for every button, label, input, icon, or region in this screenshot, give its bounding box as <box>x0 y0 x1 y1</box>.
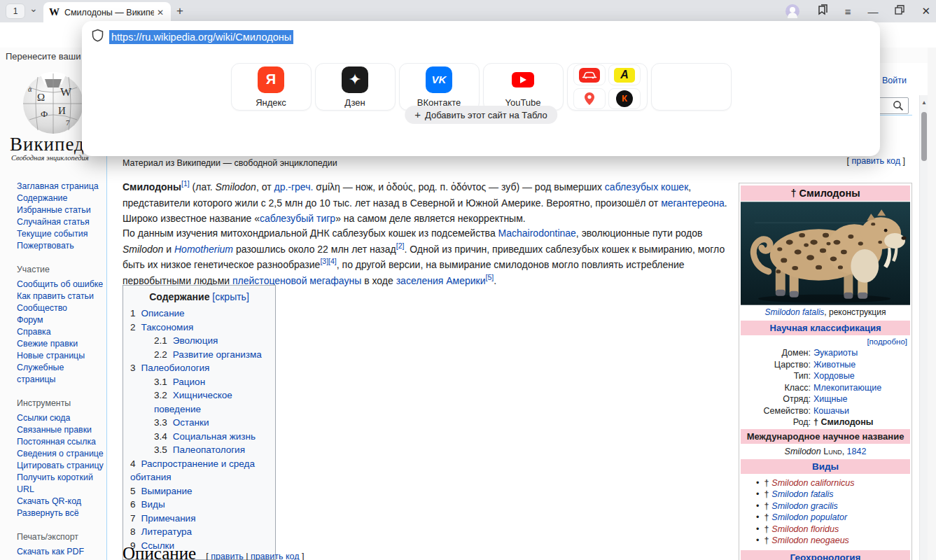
sidebar-link[interactable]: Свежие правки <box>17 338 105 350</box>
page-scrollbar[interactable]: ▲ ▼ <box>919 95 928 560</box>
shield-icon[interactable] <box>92 29 104 45</box>
login-link[interactable]: Войти <box>882 76 907 85</box>
sidebar-link[interactable]: Развернуть всё <box>17 507 105 519</box>
wikipedia-globe-logo[interactable]: W Ω И Ф 7 ά <box>20 71 87 138</box>
classification-value-link[interactable]: Хищные <box>813 393 847 405</box>
toc-link[interactable]: Вымирание <box>141 486 193 496</box>
inline-link[interactable]: [2] <box>396 241 405 250</box>
sidebar-link[interactable]: Скачать как PDF <box>17 546 105 558</box>
chevron-down-icon[interactable]: ⌄ <box>29 3 38 14</box>
sidebar-link[interactable]: Содержание <box>17 192 105 204</box>
sidebar-link[interactable]: Заглавная страница <box>17 181 105 192</box>
side-panel-icon[interactable] <box>816 4 828 19</box>
toc-link[interactable]: Эволюция <box>173 335 218 346</box>
toc-link[interactable]: Останки <box>173 417 209 428</box>
toc-item[interactable]: 7Примечания <box>123 512 275 526</box>
toc-item[interactable]: 5Вымирание <box>123 484 275 498</box>
car-service-icon[interactable] <box>573 64 606 85</box>
toc-item[interactable]: 3.4Социальная жизнь <box>123 430 275 444</box>
smilodon-reconstruction-image[interactable] <box>741 202 910 305</box>
sidebar-link[interactable]: Связанные правки <box>17 424 105 436</box>
toc-item[interactable]: 8Литература <box>123 525 275 539</box>
toc-item[interactable]: 3.2Хищническое поведение <box>123 388 275 416</box>
sidebar-link[interactable]: Цитировать страницу <box>17 460 105 472</box>
inline-link[interactable]: Homotherium <box>174 244 233 255</box>
toc-link[interactable]: Социальная жизнь <box>173 431 256 442</box>
search-icon[interactable] <box>893 100 904 114</box>
species-link[interactable]: Smilodon populator <box>771 512 847 522</box>
inline-link[interactable]: 1842 <box>847 447 867 456</box>
classification-header[interactable]: Научная классификация <box>770 323 881 333</box>
sidebar-link[interactable]: Сообщество <box>17 302 105 314</box>
afisha-a-icon[interactable]: A <box>608 64 641 85</box>
inline-link[interactable]: др.-греч. <box>274 181 313 192</box>
tab-counter-button[interactable]: 1 <box>6 4 25 19</box>
toc-item[interactable]: 3.1Рацион <box>123 375 275 389</box>
sidebar-link[interactable]: Как править статьи <box>17 290 105 302</box>
inline-link[interactable]: заселения Америки <box>396 275 486 286</box>
toc-link[interactable]: Описание <box>141 308 185 318</box>
shortcut-group[interactable]: A К <box>567 63 648 111</box>
detail-link[interactable]: [подробно] <box>867 337 907 346</box>
menu-icon[interactable]: ≡ <box>845 6 851 18</box>
inline-link[interactable]: править <box>211 552 244 560</box>
classification-value-link[interactable]: Хордовые <box>813 370 855 382</box>
inline-link[interactable]: править код <box>851 156 900 166</box>
inline-link[interactable]: саблезубых кошек <box>605 181 688 192</box>
sidebar-link[interactable]: Форум <box>17 314 105 326</box>
profile-avatar[interactable] <box>785 4 799 18</box>
sidebar-link[interactable]: Постоянная ссылка <box>17 436 105 448</box>
shortcut-empty[interactable] <box>651 63 732 111</box>
toc-item[interactable]: 1Описание <box>123 307 275 321</box>
geochronology-header[interactable]: Геохронология <box>790 552 861 560</box>
inline-link[interactable]: Machairodontinae <box>498 227 576 239</box>
classification-value-link[interactable]: Кошачьи <box>813 405 849 417</box>
close-icon[interactable]: ✕ <box>921 5 930 18</box>
toc-link[interactable]: Палеопатология <box>173 444 245 455</box>
classification-value-link[interactable]: Млекопитающие <box>813 382 881 394</box>
maps-pin-icon[interactable] <box>573 88 606 109</box>
inline-link[interactable]: Smilodon fatalis <box>765 307 825 317</box>
toc-item[interactable]: 4Распространение и среда обитания <box>123 457 275 484</box>
sidebar-link[interactable]: Скачать QR-код <box>17 496 105 507</box>
shortcut-youtube[interactable]: YouTube <box>483 63 564 111</box>
minimize-icon[interactable]: — <box>867 6 878 18</box>
toc-link[interactable]: Распространение и среда обитания <box>130 458 255 483</box>
species-link[interactable]: Smilodon floridus <box>771 524 839 534</box>
species-link[interactable]: Smilodon gracilis <box>771 501 837 511</box>
classification-value-link[interactable]: Животные <box>813 359 855 371</box>
classification-value-link[interactable]: Эукариоты <box>813 347 858 359</box>
inline-link[interactable]: [5] <box>486 273 494 281</box>
toc-item[interactable]: 3Палеобиология <box>123 361 275 375</box>
species-link[interactable]: Smilodon fatalis <box>771 489 833 499</box>
toc-item[interactable]: 2Таксономия <box>123 321 275 335</box>
add-to-tablo-button[interactable]: +Добавить этот сайт на Табло <box>405 106 557 124</box>
inline-link[interactable]: мегантереона <box>661 197 725 209</box>
species-link[interactable]: Smilodon neogaeus <box>771 536 849 545</box>
species-header[interactable]: Виды <box>812 461 839 472</box>
inline-link[interactable]: [3][4] <box>320 257 336 265</box>
sidebar-link[interactable]: Случайная статья <box>17 216 105 228</box>
toc-item[interactable]: 6Виды <box>123 498 275 512</box>
sidebar-link[interactable]: Сообщить об ошибке <box>17 279 105 290</box>
scrollbar-thumb[interactable] <box>921 112 927 161</box>
sidebar-link[interactable]: Новые страницы <box>17 350 105 362</box>
toc-link[interactable]: Рацион <box>173 377 205 387</box>
restore-icon[interactable] <box>895 5 904 18</box>
kinopoisk-k-icon[interactable]: К <box>608 88 641 109</box>
sidebar-link[interactable]: Служебные страницы <box>17 362 105 386</box>
toc-item[interactable]: 2.2Развитие организма <box>123 348 275 362</box>
shortcut-yandex[interactable]: Я Яндекс <box>231 63 312 111</box>
toc-link[interactable]: Виды <box>141 499 165 510</box>
shortcut-vk[interactable]: VK ВКонтакте <box>399 63 480 111</box>
species-link[interactable]: Smilodon californicus <box>771 478 854 488</box>
inline-link[interactable]: править код <box>251 552 300 560</box>
toc-link[interactable]: Литература <box>141 526 193 537</box>
sidebar-link[interactable]: Избранные статьи <box>17 204 105 216</box>
shortcut-dzen[interactable]: ✦ Дзен <box>315 63 396 111</box>
tab-close-icon[interactable]: ✕ <box>157 8 164 18</box>
sidebar-link[interactable]: Текущие события <box>17 228 105 240</box>
sidebar-link[interactable]: Пожертвовать <box>17 240 105 252</box>
sidebar-link[interactable]: Справка <box>17 326 105 338</box>
toc-item[interactable]: 3.3Останки <box>123 416 275 430</box>
